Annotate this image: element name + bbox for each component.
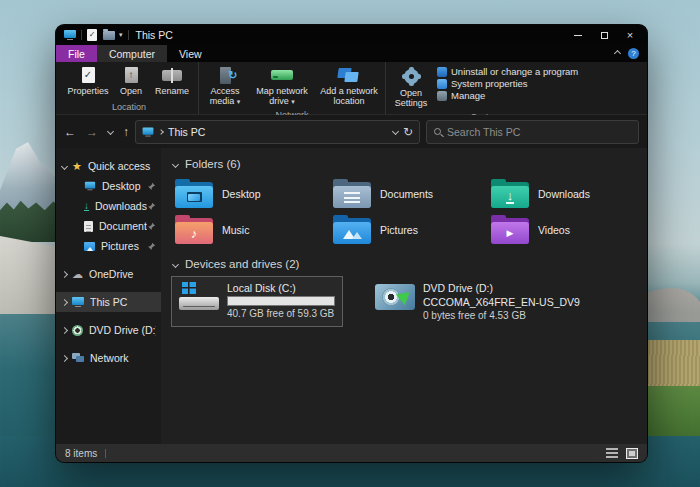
open-settings-label: Open Settings bbox=[392, 88, 430, 109]
chevron-right-icon[interactable] bbox=[61, 270, 68, 277]
uninstall-program-button[interactable]: Uninstall or change a program bbox=[437, 66, 578, 77]
collapse-ribbon-button[interactable] bbox=[607, 45, 628, 62]
sidebar-item-desktop[interactable]: Desktop bbox=[56, 176, 161, 196]
breadcrumb-chevron-icon[interactable] bbox=[158, 129, 164, 135]
sidebar-item-quick-access[interactable]: ★ Quick access bbox=[56, 156, 161, 176]
navigation-pane: ★ Quick access Desktop ↓ Downloads Docum… bbox=[56, 148, 161, 444]
address-this-pc-icon bbox=[143, 127, 154, 136]
folder-tile-pictures[interactable]: Pictures bbox=[329, 212, 487, 248]
access-media-icon bbox=[220, 67, 231, 84]
chevron-right-icon[interactable] bbox=[61, 326, 68, 333]
chevron-right-icon[interactable] bbox=[61, 298, 68, 305]
dropdown-icon: ▾ bbox=[291, 98, 295, 105]
chevron-up-icon bbox=[614, 50, 621, 57]
properties-quick-icon[interactable]: ✓ bbox=[87, 29, 97, 41]
minimize-button[interactable] bbox=[565, 26, 591, 44]
new-folder-quick-icon[interactable] bbox=[103, 31, 115, 40]
folder-label: Downloads bbox=[538, 188, 590, 200]
open-settings-button[interactable]: Open Settings bbox=[389, 64, 433, 111]
properties-label: Properties bbox=[67, 86, 108, 96]
folder-tile-desktop[interactable]: Desktop bbox=[171, 176, 329, 212]
quick-access-toolbar-dropdown-icon[interactable]: ▾ bbox=[119, 31, 123, 39]
sidebar-item-pictures[interactable]: Pictures bbox=[56, 236, 161, 256]
desktop-folder-icon bbox=[175, 180, 213, 208]
music-folder-icon: ♪ bbox=[175, 216, 213, 244]
sidebar-item-label: Quick access bbox=[88, 160, 156, 172]
drive-tile-dvd-d[interactable]: DVD Drive (D:) CCCOMA_X64FRE_EN-US_DV9 0… bbox=[367, 276, 588, 327]
help-button[interactable]: ? bbox=[628, 48, 639, 59]
address-dropdown-icon[interactable] bbox=[392, 128, 399, 135]
download-icon: ↓ bbox=[84, 201, 89, 211]
titlebar[interactable]: ✓ ▾ This PC × bbox=[56, 25, 647, 45]
recent-locations-dropdown-icon[interactable] bbox=[107, 128, 114, 135]
add-network-location-icon bbox=[338, 68, 360, 83]
sidebar-item-network[interactable]: Network bbox=[56, 348, 161, 368]
search-input[interactable] bbox=[447, 126, 631, 138]
file-list-area: Folders (6) Desktop Documents ↓ Download… bbox=[161, 148, 647, 444]
star-icon: ★ bbox=[72, 161, 82, 171]
sidebar-item-this-pc[interactable]: This PC bbox=[56, 292, 161, 312]
document-icon bbox=[84, 221, 93, 232]
large-icons-view-button[interactable] bbox=[626, 448, 638, 459]
sidebar-item-documents[interactable]: Documents bbox=[56, 216, 161, 236]
chevron-down-icon[interactable] bbox=[172, 160, 179, 167]
hard-drive-icon bbox=[179, 282, 219, 312]
network-icon bbox=[72, 353, 84, 363]
chevron-down-icon[interactable] bbox=[172, 260, 179, 267]
system-properties-button[interactable]: System properties bbox=[437, 78, 578, 89]
onedrive-cloud-icon: ☁ bbox=[72, 269, 83, 279]
pin-icon bbox=[147, 202, 156, 211]
downloads-folder-icon: ↓ bbox=[491, 180, 529, 208]
close-button[interactable]: × bbox=[617, 26, 643, 44]
properties-button[interactable]: ✓ Properties bbox=[63, 64, 113, 98]
system-properties-icon bbox=[437, 79, 447, 89]
access-media-button[interactable]: Access media ▾ bbox=[202, 64, 248, 109]
ribbon-group-network: Access media ▾ Map network drive ▾ Add a… bbox=[199, 62, 386, 114]
folder-label: Videos bbox=[538, 224, 570, 236]
dropdown-icon: ▾ bbox=[237, 98, 241, 105]
map-network-drive-button[interactable]: Map network drive ▾ bbox=[248, 64, 316, 109]
folder-label: Documents bbox=[380, 188, 433, 200]
sidebar-item-dvd-drive[interactable]: DVD Drive (D:) CCCO bbox=[56, 320, 161, 340]
open-button[interactable]: ↑ Open bbox=[113, 64, 149, 98]
folder-tile-documents[interactable]: Documents bbox=[329, 176, 487, 212]
breadcrumb[interactable]: This PC bbox=[168, 126, 205, 138]
pin-icon bbox=[147, 242, 156, 251]
maximize-button[interactable] bbox=[591, 26, 617, 44]
tab-computer[interactable]: Computer bbox=[97, 45, 167, 62]
tab-file[interactable]: File bbox=[56, 45, 97, 62]
folder-label: Desktop bbox=[222, 188, 261, 200]
address-bar[interactable]: This PC ↻ bbox=[135, 120, 420, 144]
folder-tile-downloads[interactable]: ↓ Downloads bbox=[487, 176, 645, 212]
back-button[interactable]: ← bbox=[64, 125, 76, 139]
rename-label: Rename bbox=[155, 86, 189, 96]
sidebar-item-label: Pictures bbox=[101, 240, 147, 252]
titlebar-divider bbox=[128, 30, 129, 40]
pin-icon bbox=[147, 222, 156, 231]
drives-section-header[interactable]: Devices and drives (2) bbox=[173, 258, 639, 270]
refresh-button[interactable]: ↻ bbox=[403, 125, 413, 139]
tab-view[interactable]: View bbox=[167, 45, 214, 62]
sidebar-item-onedrive[interactable]: ☁ OneDrive bbox=[56, 264, 161, 284]
forward-button[interactable]: → bbox=[86, 125, 98, 139]
details-view-button[interactable] bbox=[606, 448, 618, 458]
manage-button[interactable]: Manage bbox=[437, 90, 578, 101]
add-network-location-button[interactable]: Add a network location bbox=[316, 64, 382, 109]
drive-tile-local-disk-c[interactable]: Local Disk (C:) 40.7 GB free of 59.3 GB bbox=[171, 276, 343, 327]
sidebar-item-downloads[interactable]: ↓ Downloads bbox=[56, 196, 161, 216]
minimize-icon bbox=[574, 35, 582, 36]
map-network-drive-icon bbox=[271, 70, 293, 80]
folders-section-header[interactable]: Folders (6) bbox=[173, 158, 639, 170]
folder-tile-music[interactable]: ♪ Music bbox=[171, 212, 329, 248]
status-divider bbox=[105, 449, 106, 458]
folder-tile-videos[interactable]: ▶ Videos bbox=[487, 212, 645, 248]
system-properties-label: System properties bbox=[451, 78, 528, 89]
chevron-right-icon[interactable] bbox=[61, 354, 68, 361]
windows-logo-icon bbox=[182, 282, 196, 294]
search-box[interactable] bbox=[426, 120, 639, 144]
rename-button[interactable]: Rename bbox=[149, 64, 195, 98]
chevron-down-icon[interactable] bbox=[61, 162, 68, 169]
up-button[interactable]: ↑ bbox=[123, 125, 129, 139]
drive-name: Local Disk (C:) bbox=[227, 282, 335, 294]
dvd-drive-icon bbox=[375, 282, 415, 312]
